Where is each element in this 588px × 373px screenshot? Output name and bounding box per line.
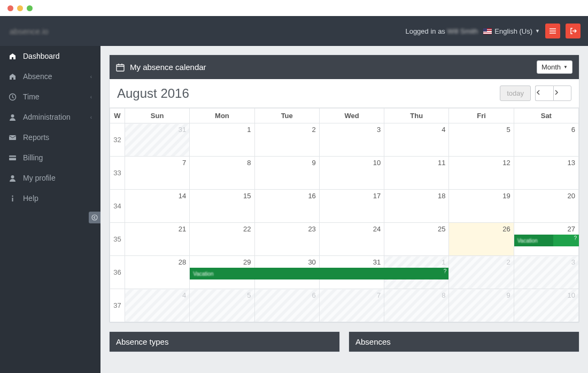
window-close-dot[interactable] [7,5,13,11]
view-selector[interactable]: Month ▼ [537,60,572,74]
day-number: 11 [438,159,445,167]
sidebar-item-dashboard[interactable]: Dashboard [0,46,100,66]
calendar-day-cell[interactable]: 1 [190,123,254,157]
calendar-panel-title: My absence calendar [130,63,206,72]
calendar-day-cell[interactable]: 10 [514,289,578,322]
day-number: 7 [377,291,381,299]
calendar-day-cell[interactable]: 5 [449,123,514,157]
calendar-day-cell[interactable]: 29Vacation? [190,256,254,289]
envelope-icon [9,134,17,142]
day-number: 10 [568,291,575,299]
calendar-day-cell[interactable]: 28 [125,256,190,289]
logout-button[interactable] [566,24,581,38]
day-number: 18 [438,192,445,200]
calendar-day-cell[interactable]: 25 [384,223,449,256]
absence-types-header: Absence types [110,332,339,352]
menu-button[interactable] [545,24,560,38]
card-icon [9,154,17,162]
calendar-day-cell[interactable]: 10 [319,157,384,190]
day-number: 3 [571,258,575,266]
calendar-day-cell[interactable]: 7 [125,157,190,190]
calendar-day-cell[interactable]: 13 [514,157,578,190]
day-number: 23 [308,225,315,233]
window-max-dot[interactable] [27,5,33,11]
calendar-day-cell[interactable]: 6 [514,123,578,157]
bars-icon [549,27,556,35]
calendar-day-cell[interactable]: 16 [254,190,319,223]
calendar-day-cell[interactable]: 31 [125,123,190,157]
calendar-day-cell[interactable]: 8 [190,157,254,190]
sidebar-item-billing[interactable]: Billing [0,147,100,168]
day-number: 13 [568,159,575,167]
next-month-button[interactable] [553,86,571,101]
calendar-day-cell[interactable]: 2 [254,123,319,157]
sidebar: DashboardAbsence‹Time‹Administration‹Rep… [0,46,100,373]
day-number: 31 [373,258,381,266]
calendar-day-cell[interactable]: 5 [190,289,254,322]
sidebar-item-label: Time [23,92,84,101]
day-number: 25 [438,225,445,233]
svg-rect-9 [117,65,124,71]
calendar-day-cell[interactable]: 8 [384,289,449,322]
chevron-right-icon [554,89,559,96]
day-number: 9 [506,291,510,299]
window-min-dot[interactable] [17,5,23,11]
calendar-day-cell[interactable]: 26 [449,223,514,256]
svg-point-6 [12,195,13,196]
day-header: Mon [190,108,254,123]
day-number: 10 [373,159,381,167]
today-button[interactable]: today [500,86,531,101]
calendar-day-cell[interactable]: 2 [449,256,514,289]
calendar-day-cell[interactable]: 18 [384,190,449,223]
chevron-left-icon: ‹ [90,114,92,120]
calendar-day-cell[interactable]: 22 [190,223,254,256]
svg-point-8 [92,215,97,220]
calendar-grid: WSunMonTueWedThuFriSat 32311234563378910… [110,108,579,322]
day-number: 9 [312,159,316,167]
calendar-day-cell[interactable]: 24 [319,223,384,256]
sidebar-item-administration[interactable]: Administration‹ [0,107,100,127]
brand-logo: absence.io [10,27,49,36]
sidebar-item-help[interactable]: Help [0,188,100,208]
day-number: 5 [506,126,510,134]
calendar-day-cell[interactable]: 12 [449,157,514,190]
calendar-day-cell[interactable]: 4 [384,123,449,157]
sidebar-item-reports[interactable]: Reports [0,127,100,147]
calendar-day-cell[interactable]: 9 [254,157,319,190]
absence-types-panel: Absence types [109,331,340,352]
calendar-day-cell[interactable]: 9 [449,289,514,322]
calendar-day-cell[interactable]: 20 [514,190,578,223]
calendar-day-cell[interactable]: 27Vacation? [514,223,578,256]
sidebar-item-time[interactable]: Time‹ [0,87,100,107]
day-number: 22 [243,225,251,233]
calendar-day-cell[interactable]: 3 [319,123,384,157]
calendar-day-cell[interactable]: 14 [125,190,190,223]
calendar-day-cell[interactable]: 4 [125,289,190,322]
calendar-day-cell[interactable]: 17 [319,190,384,223]
main-content: My absence calendar Month ▼ August 2016 … [100,46,588,373]
absences-panel: Absences [349,331,579,352]
calendar-day-cell[interactable]: 21 [125,223,190,256]
absence-event[interactable]: Vacation? [190,268,448,279]
prev-month-button[interactable] [535,86,553,101]
chevron-down-icon: ▼ [535,28,540,34]
week-number: 34 [110,190,125,223]
sidebar-item-my-profile[interactable]: My profile [0,168,100,188]
calendar-day-cell[interactable]: 6 [254,289,319,322]
home-icon [9,73,17,81]
calendar-day-cell[interactable]: 11 [384,157,449,190]
day-number: 8 [442,291,445,299]
day-number: 16 [308,192,315,200]
calendar-day-cell[interactable]: 3 [514,256,578,289]
sidebar-collapse-button[interactable] [89,212,100,223]
sidebar-item-absence[interactable]: Absence‹ [0,66,100,87]
calendar-day-cell[interactable]: 23 [254,223,319,256]
calendar-day-cell[interactable]: 15 [190,190,254,223]
user-icon [9,174,17,182]
day-number: 27 [568,225,575,233]
calendar-day-cell[interactable]: 7 [319,289,384,322]
absence-event[interactable]: Vacation? [514,235,579,246]
week-number: 36 [110,256,125,289]
calendar-day-cell[interactable]: 19 [449,190,514,223]
language-selector[interactable]: English (Us) ▼ [483,27,540,35]
